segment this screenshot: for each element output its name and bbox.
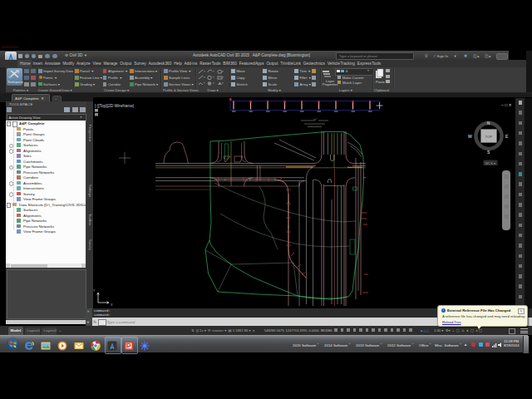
svg-text:X: X: [111, 303, 113, 307]
svg-text:Y: Y: [93, 289, 96, 293]
svg-text:WCS ▾: WCS ▾: [485, 161, 495, 165]
svg-text:W: W: [468, 134, 472, 139]
svg-text:E: E: [505, 134, 509, 139]
svg-text:N: N: [487, 121, 490, 126]
svg-text:TOP: TOP: [485, 135, 493, 139]
svg-text:– □ ✕: – □ ✕: [501, 102, 512, 107]
svg-text:[-][Top][2D Wireframe]: [-][Top][2D Wireframe]: [95, 104, 134, 108]
